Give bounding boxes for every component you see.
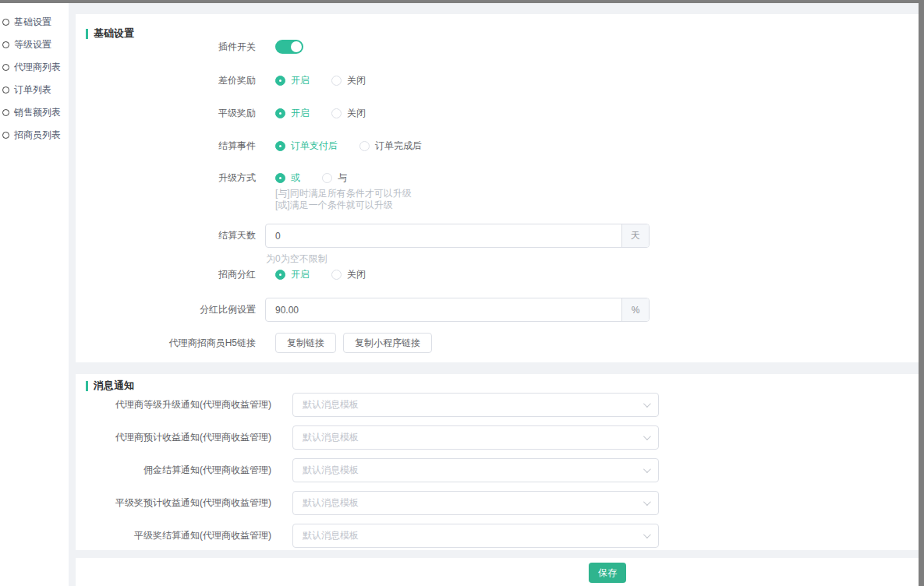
field-label: 平级奖结算通知(代理商收益管理) <box>76 529 271 542</box>
dividend-ratio-row: 分红比例设置 % <box>76 298 650 322</box>
same-level-reward-row: 平级奖励 开启 关闭 <box>76 107 388 119</box>
settlement-days-help: 为0为空不限制 <box>265 252 650 266</box>
field-label: 代理商等级升级通知(代理商收益管理) <box>76 398 271 411</box>
radio-unselected-icon <box>331 108 342 118</box>
sidebar: 基础设置 等级设置 代理商列表 订单列表 销售额列表 招商员列表 <box>0 3 69 586</box>
sidebar-item-label: 招商员列表 <box>14 129 61 142</box>
radio-label: 关闭 <box>347 268 366 281</box>
copy-link-button[interactable]: 复制链接 <box>275 333 336 353</box>
chevron-down-icon <box>643 498 651 506</box>
field-label: 代理商预计收益通知(代理商收益管理) <box>76 431 271 444</box>
radio-label: 与 <box>338 171 347 184</box>
field-label: 平级奖励 <box>76 107 265 119</box>
sidebar-item-agent-list[interactable]: 代理商列表 <box>0 56 69 79</box>
agent-level-upgrade-notify-row: 代理商等级升级通知(代理商收益管理) 默认消息模板 <box>76 388 919 421</box>
plugin-switch-row: 插件开关 <box>76 39 303 55</box>
radio-option-after-pay[interactable]: 订单支付后 <box>275 139 338 152</box>
radio-unselected-icon <box>331 76 342 86</box>
radio-unselected-icon <box>322 173 332 183</box>
settlement-days-row: 结算天数 天 为0为空不限制 <box>76 224 650 266</box>
radio-option-off[interactable]: 关闭 <box>331 107 366 119</box>
basic-settings-card: 基础设置 插件开关 差价奖励 开启 关闭 平级奖励 开启 <box>76 14 919 362</box>
peer-reward-settlement-notify-row: 平级奖结算通知(代理商收益管理) 默认消息模板 <box>76 519 919 552</box>
commission-settlement-notify-row: 佣金结算通知(代理商收益管理) 默认消息模板 <box>76 454 919 486</box>
scrollbar[interactable] <box>919 0 924 586</box>
field-label: 结算天数 <box>76 224 265 248</box>
radio-selected-icon <box>275 173 285 183</box>
chevron-down-icon <box>643 531 651 538</box>
recruit-dividend-row: 招商分红 开启 关闭 <box>76 268 388 281</box>
radio-option-or[interactable]: 或 <box>275 171 300 184</box>
peer-reward-expected-income-notify-select[interactable]: 默认消息模板 <box>292 491 659 515</box>
chevron-down-icon <box>643 400 651 408</box>
sidebar-item-label: 订单列表 <box>14 83 51 97</box>
sidebar-item-order-list[interactable]: 订单列表 <box>0 79 69 101</box>
radio-selected-icon <box>275 76 285 86</box>
select-placeholder: 默认消息模板 <box>303 431 359 444</box>
chevron-down-icon <box>643 432 651 440</box>
settlement-event-row: 结算事件 订单支付后 订单完成后 <box>76 139 444 152</box>
upgrade-mode-help-or: [或]满足一个条件就可以升级 <box>275 199 412 211</box>
radio-option-on[interactable]: 开启 <box>275 107 310 119</box>
radio-label: 开启 <box>291 74 310 86</box>
upgrade-mode-help-and: [与]同时满足所有条件才可以升级 <box>275 188 412 199</box>
radio-label: 关闭 <box>347 74 366 86</box>
radio-unselected-icon <box>359 141 370 151</box>
title-accent-bar-icon <box>86 29 88 39</box>
field-label: 差价奖励 <box>76 74 265 86</box>
price-diff-reward-radio-group: 开启 关闭 <box>275 74 388 86</box>
sidebar-item-label: 等级设置 <box>14 38 51 51</box>
sidebar-item-label: 基础设置 <box>14 16 51 29</box>
select-placeholder: 默认消息模板 <box>303 464 359 477</box>
upgrade-mode-radio-group: 或 与 <box>275 171 412 184</box>
radio-option-after-complete[interactable]: 订单完成后 <box>359 139 422 152</box>
agent-expected-income-notify-select[interactable]: 默认消息模板 <box>292 425 659 450</box>
radio-label: 开启 <box>291 107 310 119</box>
radio-label: 开启 <box>291 268 310 281</box>
save-button[interactable]: 保存 <box>589 563 626 583</box>
radio-option-off[interactable]: 关闭 <box>331 74 366 86</box>
field-label: 结算事件 <box>76 139 265 152</box>
select-placeholder: 默认消息模板 <box>303 529 359 542</box>
sidebar-item-sales-list[interactable]: 销售额列表 <box>0 101 69 124</box>
field-label: 佣金结算通知(代理商收益管理) <box>76 464 271 477</box>
field-label: 招商分红 <box>76 268 265 281</box>
toggle-knob-icon <box>291 41 302 52</box>
radio-label: 订单支付后 <box>291 139 338 152</box>
radio-unselected-icon <box>331 270 342 280</box>
settlement-days-input-wrap: 天 <box>265 224 650 248</box>
circle-icon <box>2 19 9 26</box>
radio-option-and[interactable]: 与 <box>322 171 347 184</box>
radio-option-on[interactable]: 开启 <box>275 268 310 281</box>
radio-selected-icon <box>275 108 285 118</box>
radio-selected-icon <box>275 141 285 151</box>
select-placeholder: 默认消息模板 <box>303 496 359 510</box>
sidebar-item-level-settings[interactable]: 等级设置 <box>0 34 69 56</box>
footer-bar: 保存 <box>76 558 919 586</box>
commission-settlement-notify-select[interactable]: 默认消息模板 <box>292 458 659 482</box>
message-notification-card: 消息通知 代理商等级升级通知(代理商收益管理) 默认消息模板 代理商预计收益通知… <box>76 374 919 550</box>
circle-icon <box>2 64 9 71</box>
circle-icon <box>2 41 9 48</box>
agent-level-upgrade-notify-select[interactable]: 默认消息模板 <box>292 393 659 417</box>
field-label: 插件开关 <box>76 39 265 55</box>
chevron-down-icon <box>643 465 651 473</box>
sidebar-item-recruiter-list[interactable]: 招商员列表 <box>0 124 69 146</box>
copy-miniprogram-link-button[interactable]: 复制小程序链接 <box>343 333 432 353</box>
plugin-switch-toggle[interactable] <box>275 40 303 54</box>
circle-icon <box>2 109 9 116</box>
settlement-days-input[interactable] <box>266 224 621 247</box>
sidebar-item-label: 销售额列表 <box>14 106 61 119</box>
upgrade-mode-row: 升级方式 或 与 [与]同时满足所有条件才可以升级 [或]满足一个条件就可以升级 <box>76 171 412 211</box>
dividend-ratio-input-wrap: % <box>265 298 650 322</box>
h5-link-row: 代理商招商员H5链接 复制链接 复制小程序链接 <box>76 333 439 353</box>
peer-reward-settlement-notify-select[interactable]: 默认消息模板 <box>292 524 659 548</box>
radio-option-on[interactable]: 开启 <box>275 74 310 86</box>
field-label: 代理商招商员H5链接 <box>76 333 265 353</box>
input-suffix-unit: 天 <box>621 224 649 247</box>
radio-option-off[interactable]: 关闭 <box>331 268 366 281</box>
recruit-dividend-radio-group: 开启 关闭 <box>275 268 388 281</box>
sidebar-item-label: 代理商列表 <box>14 61 61 74</box>
sidebar-item-basic-settings[interactable]: 基础设置 <box>0 11 69 34</box>
dividend-ratio-input[interactable] <box>266 298 621 321</box>
